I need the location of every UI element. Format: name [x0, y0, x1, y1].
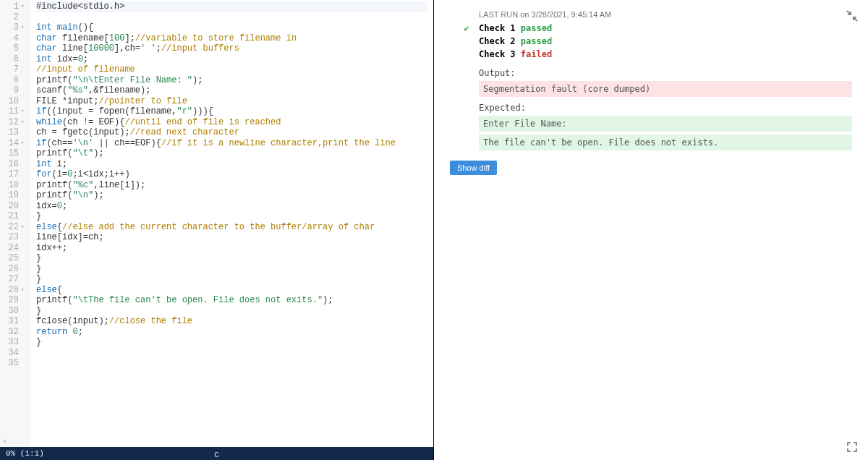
code-line[interactable]: printf("\tThe file can't be open. File d…	[36, 295, 427, 306]
output-label: Output:	[479, 65, 852, 81]
line-number: 7	[3, 64, 25, 75]
line-number: 26	[3, 264, 25, 275]
check-row: ✔Check 1 passed	[461, 23, 852, 33]
line-number: 11▾	[3, 106, 25, 117]
output-block: Segmentation fault (core dumped)	[479, 81, 852, 97]
scroll-left-indicator[interactable]: ‹	[3, 438, 7, 446]
language-mode: C	[1, 451, 433, 459]
line-number: 22▾	[3, 222, 25, 233]
line-number: 20	[3, 201, 25, 212]
code-line[interactable]: else{//else add the current character to…	[36, 222, 427, 233]
code-line[interactable]: fclose(input);//close the file	[36, 316, 427, 327]
code-line[interactable]: }	[36, 253, 427, 264]
code-line[interactable]: }	[36, 274, 427, 285]
line-number: 33	[3, 337, 25, 348]
line-number: 34	[3, 348, 25, 359]
code-line[interactable]: printf("\t");	[36, 148, 427, 159]
code-line[interactable]: scanf("%s",&filename);	[36, 85, 427, 96]
code-line[interactable]: printf("\n");	[36, 190, 427, 201]
checks-list: ✔Check 1 passedCheck 2 passedCheck 3 fai…	[461, 23, 852, 59]
code-line[interactable]: char line[10000],ch=' ';//input buffers	[36, 43, 427, 54]
code-line[interactable]: int main(){	[36, 22, 427, 33]
check-pass-icon: ✔	[461, 23, 472, 33]
line-number: 6	[3, 54, 25, 65]
line-number: 29	[3, 295, 25, 306]
code-line[interactable]: else{	[36, 285, 427, 296]
line-gutter: 1▾23▾4567891011▾12▾1314▾1516171819202122…	[0, 0, 30, 447]
line-number: 28▾	[3, 285, 25, 296]
code-line[interactable]: if((input = fopen(filename,"r"))){	[36, 106, 427, 117]
compress-icon[interactable]	[846, 10, 858, 22]
expected-block-1: Enter File Name:	[479, 116, 852, 132]
line-number: 16	[3, 159, 25, 170]
check-text: Check 1 passed	[479, 23, 552, 33]
line-number: 13	[3, 127, 25, 138]
code-line[interactable]: }	[36, 264, 427, 275]
code-line[interactable]: idx++;	[36, 243, 427, 254]
results-pane: LAST RUN on 3/28/2021, 9:45:14 AM ✔Check…	[434, 0, 868, 460]
line-number: 18	[3, 180, 25, 191]
code-line[interactable]: line[idx]=ch;	[36, 232, 427, 243]
line-number: 8	[3, 75, 25, 86]
expected-label: Expected:	[479, 100, 852, 116]
code-line[interactable]: if(ch=='\n' || ch==EOF){//if it is a new…	[36, 138, 427, 149]
code-editor-pane: 1▾23▾4567891011▾12▾1314▾1516171819202122…	[0, 0, 434, 460]
code-line[interactable]	[36, 348, 427, 359]
line-number: 30	[3, 306, 25, 317]
code-line[interactable]	[36, 12, 427, 23]
line-number: 10	[3, 96, 25, 107]
code-line[interactable]: idx=0;	[36, 201, 427, 212]
check-text: Check 3 failed	[479, 49, 552, 59]
code-line[interactable]: //input of filename	[36, 64, 427, 75]
code-line[interactable]: int i;	[36, 159, 427, 170]
line-number: 31	[3, 316, 25, 327]
line-number: 23	[3, 232, 25, 243]
code-line[interactable]: }	[36, 337, 427, 348]
code-line[interactable]: int idx=0;	[36, 54, 427, 65]
code-line[interactable]: ch = fgetc(input);//read next character	[36, 127, 427, 138]
code-line[interactable]: }	[36, 306, 427, 317]
line-number: 35	[3, 358, 25, 369]
line-number: 25	[3, 253, 25, 264]
code-line[interactable]: }	[36, 211, 427, 222]
status-bar: 0% (1:1) C	[0, 447, 433, 460]
line-number: 4	[3, 33, 25, 44]
show-diff-button[interactable]: Show diff	[450, 161, 497, 175]
check-row: Check 2 passed	[461, 36, 852, 46]
code-line[interactable]: for(i=0;i<idx;i++)	[36, 169, 427, 180]
code-line[interactable]: while(ch != EOF){//until end of file is …	[36, 117, 427, 128]
line-number: 27	[3, 274, 25, 285]
code-line[interactable]: FILE *input;//pointer to file	[36, 96, 427, 107]
code-line[interactable]: printf("\n\tEnter File Name: ");	[36, 75, 427, 86]
code-editor[interactable]: 1▾23▾4567891011▾12▾1314▾1516171819202122…	[0, 0, 433, 447]
line-number: 3▾	[3, 22, 25, 33]
line-number: 21	[3, 211, 25, 222]
code-line[interactable]	[36, 358, 427, 369]
last-run-label: LAST RUN on 3/28/2021, 9:45:14 AM	[479, 10, 852, 19]
line-number: 14▾	[3, 138, 25, 149]
code-line[interactable]: char filename[100];//variable to store f…	[36, 33, 427, 44]
line-number: 17	[3, 169, 25, 180]
line-number: 24	[3, 243, 25, 254]
code-line[interactable]: printf("%c",line[i]);	[36, 180, 427, 191]
line-number: 2	[3, 12, 25, 23]
line-number: 12▾	[3, 117, 25, 128]
check-row: Check 3 failed	[461, 49, 852, 59]
line-number: 5	[3, 43, 25, 54]
code-line[interactable]: return 0;	[36, 327, 427, 338]
expand-icon[interactable]	[846, 441, 858, 453]
line-number: 1▾	[3, 1, 25, 12]
line-number: 19	[3, 190, 25, 201]
line-number: 32	[3, 327, 25, 338]
code-line[interactable]: #include<stdio.h>	[36, 1, 427, 12]
check-text: Check 2 passed	[479, 36, 552, 46]
code-area[interactable]: #include<stdio.h> int main(){char filena…	[30, 0, 433, 447]
line-number: 15	[3, 148, 25, 159]
line-number: 9	[3, 85, 25, 96]
expected-block-2: The file can't be open. File does not ex…	[479, 135, 852, 150]
